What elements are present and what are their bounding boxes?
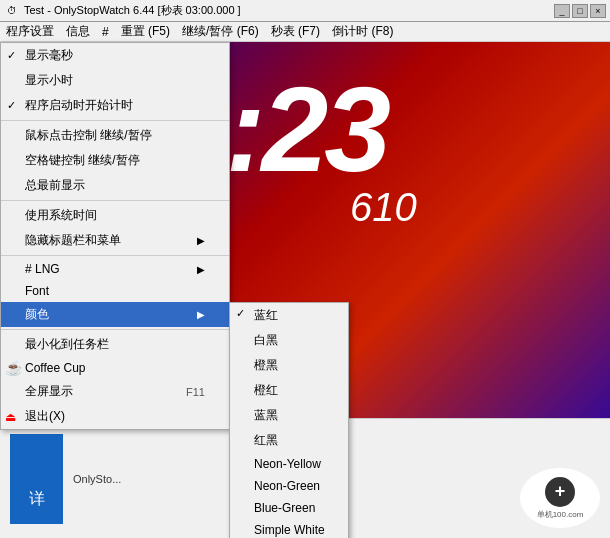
watermark-plus: + [545,477,575,507]
color-white-black[interactable]: 白黑 [230,328,348,353]
menu-lng[interactable]: # LNG ▶ [1,258,229,280]
menu-mouse-control[interactable]: 鼠标点击控制 继续/暂停 [1,123,229,148]
watermark-inner: + 单机100.com [537,477,584,520]
menu-use-system-time[interactable]: 使用系统时间 [1,203,229,228]
exit-icon: ⏏ [5,410,16,424]
color-neon-yellow[interactable]: Neon-Yellow [230,453,348,475]
watermark: + 单机100.com [520,468,600,528]
color-red-black[interactable]: 红黑 [230,428,348,453]
menu-coffee-cup[interactable]: ☕ Coffee Cup [1,357,229,379]
menu-pause[interactable]: 继续/暂停 (F6) [176,21,265,42]
detail-button[interactable]: 详 [10,434,63,524]
color-submenu: 蓝红 白黑 橙黑 橙红 蓝黑 红黑 Neon-Yellow [229,302,349,538]
lng-arrow: ▶ [197,264,205,275]
app-window: ⏱ Test - OnlyStopWatch 6.44 [秒表 03:00.00… [0,0,610,538]
maximize-btn[interactable]: □ [572,4,588,18]
menu-fullscreen[interactable]: 全屏显示 F11 [1,379,229,404]
menu-bar: 程序设置 信息 # 重置 (F5) 继续/暂停 (F6) 秒表 (F7) 倒计时… [0,22,610,42]
menu-minimize[interactable]: 最小化到任务栏 [1,332,229,357]
window-title: Test - OnlyStopWatch 6.44 [秒表 03:00.000 … [24,3,554,18]
separator-1 [1,120,229,121]
color-arrow: ▶ [197,309,205,320]
separator-3 [1,255,229,256]
color-orange-red[interactable]: 橙红 [230,378,348,403]
separator-2 [1,200,229,201]
menu-reset[interactable]: 重置 (F5) [115,21,176,42]
menu-auto-start[interactable]: 程序启动时开始计时 [1,93,229,118]
menu-exit[interactable]: ⏏ 退出(X) [1,404,229,429]
separator-4 [1,329,229,330]
menu-countdown[interactable]: 倒计时 (F8) [326,21,399,42]
color-orange-black[interactable]: 橙黑 [230,353,348,378]
fullscreen-shortcut: F11 [186,386,205,398]
window-controls: _ □ × [554,4,606,18]
menu-space-control[interactable]: 空格键控制 继续/暂停 [1,148,229,173]
menu-stopwatch[interactable]: 秒表 (F7) [265,21,326,42]
title-bar: ⏱ Test - OnlyStopWatch 6.44 [秒表 03:00.00… [0,0,610,22]
close-btn[interactable]: × [590,4,606,18]
menu-settings[interactable]: 程序设置 [0,21,60,42]
color-blue-green[interactable]: Blue-Green [230,497,348,519]
app-icon: ⏱ [4,3,20,19]
color-blue-black[interactable]: 蓝黑 [230,403,348,428]
watermark-brand: 单机100.com [537,509,584,520]
color-neon-green[interactable]: Neon-Green [230,475,348,497]
menu-font[interactable]: Font [1,280,229,302]
menu-show-ms[interactable]: 显示毫秒 [1,43,229,68]
menu-always-on-top[interactable]: 总最前显示 [1,173,229,198]
menu-show-hours[interactable]: 显示小时 [1,68,229,93]
color-blue-red[interactable]: 蓝红 [230,303,348,328]
menu-hide-titlebar[interactable]: 隐藏标题栏和菜单 ▶ [1,228,229,253]
menu-color[interactable]: 颜色 ▶ 蓝红 白黑 橙黑 橙红 蓝黑 红 [1,302,229,327]
coffee-icon: ☕ [5,360,22,376]
color-simple-white[interactable]: Simple White [230,519,348,538]
minimize-btn[interactable]: _ [554,4,570,18]
submenu-arrow: ▶ [197,235,205,246]
menu-info[interactable]: 信息 [60,21,96,42]
dropdown-menu: 显示毫秒 显示小时 程序启动时开始计时 鼠标点击控制 继续/暂停 空格键控制 继… [0,42,230,430]
menu-hash[interactable]: # [96,23,115,41]
app-name-label: OnlySto... [73,473,121,485]
clock-number: 610 [350,185,417,230]
